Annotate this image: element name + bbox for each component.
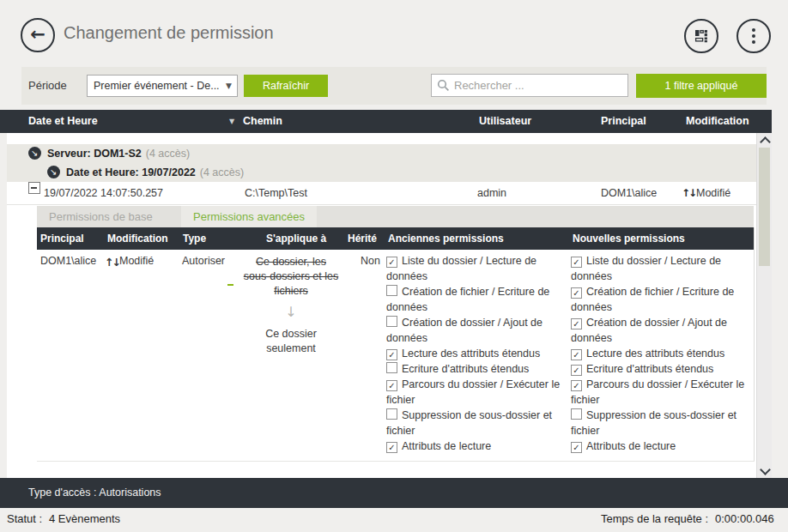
collapse-row-button[interactable] — [28, 182, 40, 194]
tab-permissions-base[interactable]: Permissions de base — [37, 206, 165, 227]
checkbox-checked-icon[interactable]: ✓ — [386, 257, 397, 268]
checkbox-checked-icon[interactable]: ✓ — [571, 287, 582, 299]
checkbox-checked-icon[interactable]: ✓ — [386, 442, 397, 453]
grid-body: → Serveur: DOM1-S2(4 accès) → Date et He… — [7, 133, 772, 478]
cell-modification: Modifié — [696, 182, 730, 204]
scroll-down-icon[interactable] — [760, 464, 771, 475]
more-options-button[interactable] — [736, 19, 771, 53]
event-row[interactable]: 19/07/2022 14:07:50.257 C:\Temp\Test adm… — [7, 182, 756, 205]
app-window: ← Changement de permission Période Premi… — [0, 0, 788, 532]
group-label: Serveur: DOM1-S2 — [47, 148, 142, 160]
permission-item: ✓Création de fichier / Ecriture de donné… — [571, 284, 755, 315]
permission-item: ✓Liste du dossier / Lecture de données — [386, 253, 565, 284]
checkbox-unchecked-icon[interactable] — [386, 408, 397, 420]
checkbox-checked-icon[interactable]: ✓ — [571, 442, 582, 453]
removed-marker-icon — [227, 284, 233, 286]
query-time-label: Temps de la requête : — [601, 508, 708, 530]
modified-swap-icon: ↑↓ — [682, 182, 695, 204]
permission-item: ✓Parcours du dossier / Exécuter le fichi… — [386, 377, 565, 408]
chevron-down-icon: ▼ — [226, 76, 232, 96]
detail-header-modification[interactable]: Modification — [107, 227, 168, 250]
checkbox-checked-icon[interactable]: ✓ — [571, 365, 582, 376]
detail-header-applies[interactable]: S'applique à — [266, 227, 326, 250]
kebab-dots-icon — [752, 28, 755, 44]
permission-item: Création de fichier / Ecriture de donnée… — [386, 284, 565, 315]
permission-item: ✓Ecriture d'attributs étendus — [571, 361, 755, 377]
checkbox-unchecked-icon[interactable] — [571, 408, 582, 420]
permission-item: ✓Attributs de lecture — [571, 438, 755, 454]
search-placeholder: Rechercher ... — [454, 75, 524, 96]
access-type-text: Type d'accès : Autorisations — [28, 478, 161, 508]
back-button[interactable]: ← — [21, 18, 55, 52]
checkbox-unchecked-icon[interactable] — [386, 316, 397, 327]
page-title: Changement de permission — [64, 23, 274, 43]
group-row-date[interactable]: → Date et Heure: 19/07/2022(4 accès) — [7, 163, 756, 182]
checkbox-checked-icon[interactable]: ✓ — [571, 349, 582, 360]
search-icon — [437, 79, 450, 92]
detail-header-old-permissions[interactable]: Anciennes permissions — [388, 227, 504, 250]
toolbar: Période Premier événement - De... ▼ Rafr… — [21, 67, 767, 105]
period-label: Période — [28, 67, 67, 105]
modified-swap-icon: ↑↓ — [105, 256, 119, 269]
detail-header-principal[interactable]: Principal — [40, 227, 84, 250]
permission-item: Suppression de sous-dossier et fichier — [386, 408, 565, 438]
cell-principal: DOM1\alice — [601, 182, 657, 204]
column-header-user[interactable]: Utilisateur — [479, 110, 531, 133]
collapse-group-icon[interactable]: → — [28, 147, 41, 160]
group-label: Date et Heure: 19/07/2022 — [66, 166, 196, 178]
column-header-date[interactable]: Date et Heure — [28, 110, 98, 133]
filter-applied-button[interactable]: 1 filtre appliqué — [636, 74, 767, 98]
vertical-scrollbar[interactable] — [756, 133, 772, 478]
column-header-path[interactable]: Chemin — [243, 110, 282, 133]
permission-item: ✓Création de dossier / Ajout de données — [571, 315, 755, 346]
scrollbar-thumb[interactable] — [759, 148, 770, 266]
status-label: Statut : — [7, 508, 42, 530]
checkbox-checked-icon[interactable]: ✓ — [386, 380, 397, 391]
permission-item: ✓Parcours du dossier / Exécuter le fichi… — [571, 377, 755, 408]
applies-old-value: Ce dossier, les sous-dossiers et les fic… — [241, 255, 341, 299]
sort-descending-icon[interactable]: ▼ — [229, 110, 234, 133]
status-bar: Statut : 4 Evènements Temps de la requêt… — [0, 508, 788, 532]
permission-item: Création de dossier / Ajout de données — [386, 315, 565, 346]
detail-header-new-permissions[interactable]: Nouvelles permissions — [573, 227, 685, 250]
cell-datetime: 19/07/2022 14:07:50.257 — [44, 182, 163, 204]
change-arrow-down-icon: ↓ — [241, 305, 341, 319]
detail-cell-modification: Modifié — [119, 255, 154, 267]
checkbox-unchecked-icon[interactable] — [386, 285, 397, 296]
detail-column-headers: Principal Modification Type S'applique à… — [37, 227, 754, 250]
permission-item: ✓Lecture des attributs étendus — [386, 346, 565, 361]
search-input[interactable]: Rechercher ... — [431, 74, 628, 97]
grid-blocks-icon — [694, 29, 708, 43]
permissions-detail-table: Principal Modification Type S'applique à… — [37, 227, 755, 462]
group-row-server[interactable]: → Serveur: DOM1-S2(4 accès) — [7, 144, 756, 163]
back-arrow-icon: ← — [30, 26, 45, 44]
detail-header-type[interactable]: Type — [183, 227, 206, 250]
checkbox-unchecked-icon[interactable] — [386, 362, 397, 373]
column-header-principal[interactable]: Principal — [601, 110, 646, 133]
query-time-value: 0:00:00.046 — [715, 508, 774, 530]
detail-cell-principal: DOM1\alice — [40, 255, 96, 267]
checkbox-checked-icon[interactable]: ✓ — [571, 380, 582, 391]
checkbox-checked-icon[interactable]: ✓ — [571, 318, 582, 329]
scroll-up-icon[interactable] — [760, 136, 771, 148]
detail-header-inherited[interactable]: Hérité — [348, 227, 377, 250]
group-count: (4 accès) — [200, 166, 244, 178]
applies-new-value: Ce dossier seulement — [241, 327, 341, 356]
cell-path: C:\Temp\Test — [245, 182, 307, 204]
access-type-bar: Type d'accès : Autorisations — [0, 478, 788, 508]
checkbox-checked-icon[interactable]: ✓ — [571, 257, 582, 268]
permission-item: ✓Liste du dossier / Lecture de données — [571, 253, 755, 284]
detail-cell-type: Autoriser — [182, 255, 225, 267]
detail-cell-applies-to: Ce dossier, les sous-dossiers et les fic… — [241, 255, 341, 356]
tab-permissions-avancees[interactable]: Permissions avancées — [181, 206, 317, 227]
collapse-group-icon[interactable]: → — [47, 166, 60, 178]
refresh-button[interactable]: Rafraîchir — [244, 75, 328, 97]
permission-item: Suppression de sous-dossier et fichier — [571, 408, 755, 438]
detail-tabstrip: Permissions de base Permissions avancées — [37, 206, 754, 227]
checkbox-checked-icon[interactable]: ✓ — [386, 349, 397, 360]
column-header-modification[interactable]: Modification — [686, 110, 749, 133]
period-dropdown[interactable]: Premier événement - De... ▼ — [87, 75, 238, 97]
layout-grid-button[interactable] — [684, 19, 718, 53]
permission-item: Ecriture d'attributs étendus — [386, 361, 565, 377]
group-count: (4 accès) — [146, 148, 190, 160]
